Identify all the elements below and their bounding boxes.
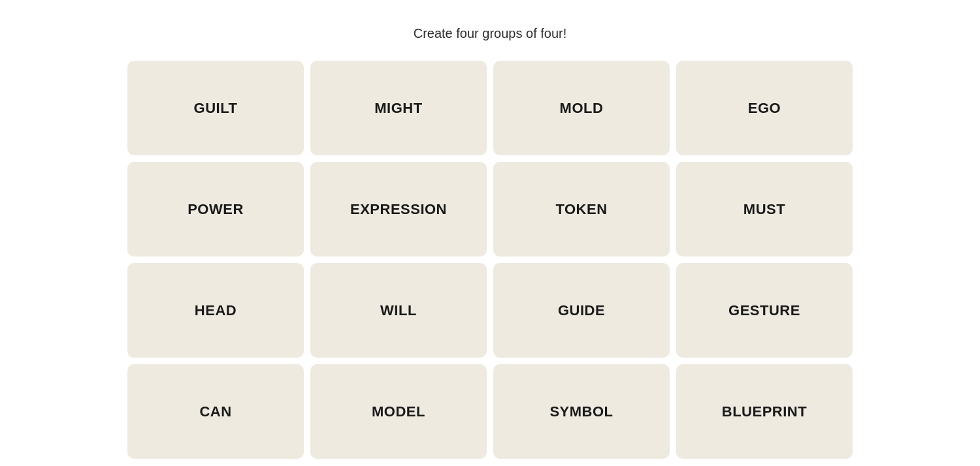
- tile-label-head: HEAD: [195, 302, 237, 319]
- tile-symbol[interactable]: SYMBOL: [493, 364, 670, 459]
- tile-power[interactable]: POWER: [127, 162, 304, 256]
- tile-head[interactable]: HEAD: [127, 263, 304, 358]
- tile-mold[interactable]: MOLD: [493, 61, 670, 155]
- tile-label-expression: EXPRESSION: [350, 201, 447, 218]
- tile-label-mold: MOLD: [560, 100, 604, 117]
- tile-label-model: MODEL: [372, 403, 425, 420]
- tile-label-will: WILL: [380, 302, 417, 319]
- tile-label-blueprint: BLUEPRINT: [722, 403, 807, 420]
- tile-must[interactable]: MUST: [676, 162, 853, 256]
- tile-label-must: MUST: [743, 201, 785, 218]
- tile-label-ego: EGO: [748, 100, 781, 117]
- tile-token[interactable]: TOKEN: [493, 162, 670, 256]
- word-grid: GUILTMIGHTMOLDEGOPOWEREXPRESSIONTOKENMUS…: [127, 61, 853, 459]
- tile-expression[interactable]: EXPRESSION: [310, 162, 487, 256]
- page-subtitle: Create four groups of four!: [414, 26, 567, 41]
- tile-model[interactable]: MODEL: [310, 364, 487, 459]
- tile-label-gesture: GESTURE: [728, 302, 800, 319]
- tile-label-guide: GUIDE: [558, 302, 605, 319]
- tile-guilt[interactable]: GUILT: [127, 61, 304, 155]
- tile-blueprint[interactable]: BLUEPRINT: [676, 364, 853, 459]
- tile-ego[interactable]: EGO: [676, 61, 853, 155]
- tile-label-guilt: GUILT: [194, 100, 238, 117]
- tile-label-might: MIGHT: [374, 100, 422, 117]
- tile-label-symbol: SYMBOL: [549, 403, 613, 420]
- tile-can[interactable]: CAN: [127, 364, 304, 459]
- tile-might[interactable]: MIGHT: [310, 61, 487, 155]
- tile-gesture[interactable]: GESTURE: [676, 263, 853, 358]
- tile-guide[interactable]: GUIDE: [493, 263, 670, 358]
- tile-label-token: TOKEN: [555, 201, 607, 218]
- tile-label-power: POWER: [188, 201, 244, 218]
- tile-will[interactable]: WILL: [310, 263, 487, 358]
- tile-label-can: CAN: [199, 403, 231, 420]
